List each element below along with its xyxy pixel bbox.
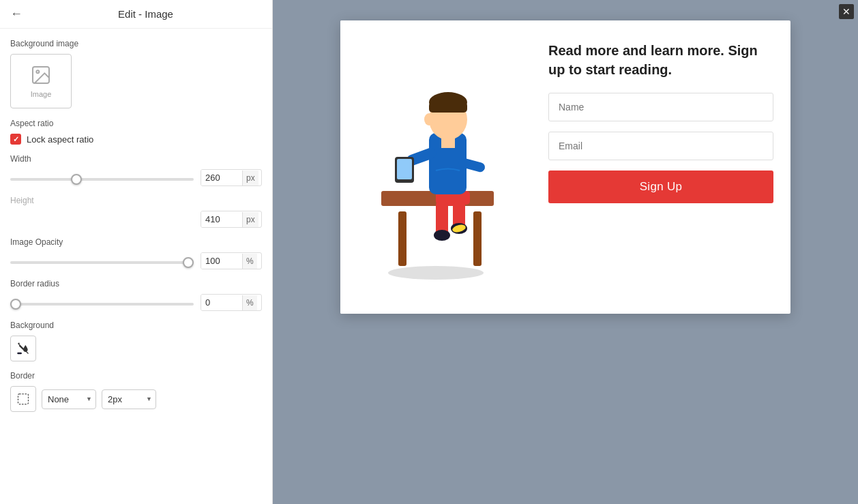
signup-button[interactable]: Sign Up [548, 171, 773, 203]
svg-point-12 [434, 230, 450, 241]
opacity-section: Image Opacity 100 % [10, 237, 262, 269]
aspect-ratio-section: Aspect ratio Lock aspect ratio [10, 119, 262, 145]
width-slider-row: 260 px [10, 169, 262, 186]
lock-ratio-checkbox[interactable] [10, 134, 21, 145]
width-unit: px [242, 171, 258, 186]
back-button[interactable]: ← [10, 7, 23, 21]
border-radius-unit: % [242, 295, 257, 310]
svg-rect-24 [397, 159, 412, 179]
svg-rect-3 [18, 394, 29, 404]
width-input[interactable]: 260 [201, 170, 242, 186]
opacity-label: Image Opacity [10, 237, 262, 247]
border-radius-section: Border radius 0 % [10, 279, 262, 311]
height-value-box: 410 px [201, 211, 262, 228]
right-area: ✕ [273, 0, 858, 504]
height-section: Height 410 px [10, 196, 262, 228]
svg-rect-18 [429, 102, 467, 113]
panel-body: Background image Image Aspect ratio Lock… [0, 29, 272, 504]
background-image-label: Background image [10, 39, 262, 48]
image-upload-button[interactable]: Image [10, 54, 72, 108]
width-value-box: 260 px [201, 169, 262, 186]
aspect-ratio-label: Aspect ratio [10, 119, 262, 128]
border-radius-label: Border radius [10, 279, 262, 288]
background-image-section: Background image Image [10, 39, 262, 108]
preview-card: Read more and learn more. Sign up to sta… [340, 20, 790, 314]
border-dashed-icon [16, 392, 30, 406]
svg-rect-6 [473, 211, 482, 266]
border-radius-slider-row: 0 % [10, 294, 262, 311]
preview-title: Read more and learn more. Sign up to sta… [548, 41, 773, 79]
preview-form-area: Read more and learn more. Sign up to sta… [531, 20, 790, 314]
border-style-icon[interactable] [10, 386, 36, 412]
border-radius-value-box: 0 % [201, 294, 262, 311]
background-label: Background [10, 321, 262, 330]
border-radius-slider-container [10, 297, 194, 308]
panel-title: Edit - Image [29, 8, 262, 20]
image-placeholder-label: Image [31, 90, 52, 98]
border-label: Border [10, 371, 262, 381]
background-color-swatch[interactable] [10, 336, 36, 361]
svg-point-19 [424, 113, 434, 125]
opacity-value-box: 100 % [201, 252, 262, 269]
svg-rect-2 [17, 353, 22, 355]
border-style-select[interactable]: None Solid Dashed Dotted [42, 389, 96, 409]
height-input[interactable]: 410 [201, 211, 242, 227]
border-section: Border None Solid Dashed Dotted [10, 371, 262, 412]
border-radius-input[interactable]: 0 [201, 295, 242, 310]
width-slider[interactable] [10, 178, 194, 181]
name-input[interactable] [548, 93, 773, 121]
width-section: Width 260 px [10, 154, 262, 186]
opacity-slider-row: 100 % [10, 252, 262, 269]
border-style-select-wrapper: None Solid Dashed Dotted [42, 389, 96, 409]
email-input[interactable] [548, 132, 773, 160]
svg-point-4 [388, 266, 484, 280]
width-slider-container [10, 173, 194, 183]
svg-rect-20 [441, 138, 455, 148]
close-button[interactable]: ✕ [839, 4, 854, 19]
height-label: Height [10, 196, 262, 205]
paint-bucket-icon [16, 342, 30, 355]
height-unit: px [242, 212, 258, 227]
opacity-slider-container [10, 256, 194, 266]
height-row: 410 px [10, 211, 262, 228]
opacity-unit: % [242, 254, 257, 269]
lock-ratio-row: Lock aspect ratio [10, 134, 262, 145]
border-row: None Solid Dashed Dotted 1px 2px 3px 4px [10, 386, 262, 412]
border-size-select-wrapper: 1px 2px 3px 4px [102, 389, 156, 409]
left-panel: ← Edit - Image Background image Image As… [0, 0, 273, 504]
width-label: Width [10, 154, 262, 164]
svg-point-1 [36, 70, 39, 73]
border-radius-slider[interactable] [10, 303, 194, 306]
opacity-slider[interactable] [10, 261, 194, 264]
opacity-input[interactable]: 100 [201, 253, 242, 269]
border-size-select[interactable]: 1px 2px 3px 4px [102, 389, 156, 409]
svg-rect-5 [398, 211, 406, 266]
panel-header: ← Edit - Image [0, 0, 272, 29]
preview-illustration [347, 27, 524, 307]
background-section: Background [10, 321, 262, 361]
lock-ratio-label: Lock aspect ratio [27, 134, 93, 145]
image-icon [30, 64, 52, 86]
preview-image-area [340, 20, 531, 314]
